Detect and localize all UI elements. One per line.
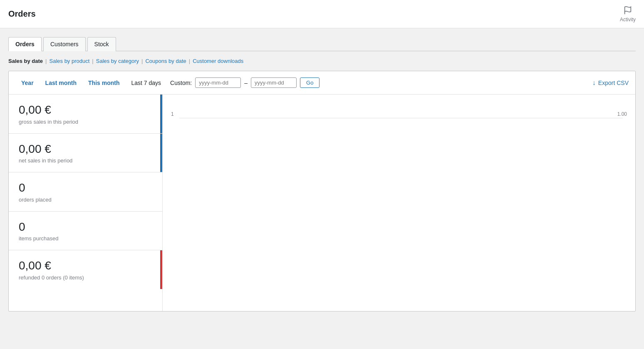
net-sales-value: 0,00 € [19, 142, 152, 156]
sub-nav: Sales by date | Sales by product | Sales… [8, 58, 636, 64]
subnav-sales-by-product[interactable]: Sales by product [50, 58, 90, 64]
export-csv-label: Export CSV [598, 80, 629, 86]
orders-placed-value: 0 [19, 181, 152, 195]
gross-sales-bar [160, 95, 162, 133]
export-csv-button[interactable]: ↓ Export CSV [592, 79, 629, 87]
date-separator: – [244, 80, 248, 86]
chart-y-axis-label: 1 [171, 111, 174, 117]
subnav-sales-by-category[interactable]: Sales by category [96, 58, 139, 64]
tab-orders[interactable]: Orders [8, 37, 42, 51]
date-to-input[interactable] [251, 77, 297, 88]
custom-date-label: Custom: [170, 80, 192, 86]
refunded-value: 0,00 € [19, 259, 152, 273]
year-filter-button[interactable]: Year [15, 71, 40, 94]
subnav-sales-by-date[interactable]: Sales by date [8, 58, 43, 64]
stat-items-purchased: 0 items purchased [9, 212, 162, 251]
refunded-label: refunded 0 orders (0 items) [19, 274, 152, 281]
tab-customers[interactable]: Customers [43, 37, 86, 51]
orders-placed-label: orders placed [19, 197, 152, 203]
chart-inner: 1 1.00 [171, 103, 627, 303]
last-7-days-filter-button[interactable]: Last 7 days [125, 71, 167, 94]
items-purchased-label: items purchased [19, 235, 152, 242]
stat-orders-placed: 0 orders placed [9, 172, 162, 212]
gross-sales-label: gross sales in this period [19, 119, 152, 125]
activity-button[interactable]: Activity [620, 6, 636, 22]
go-button[interactable]: Go [300, 77, 320, 88]
chart-y-axis-value: 1.00 [617, 111, 627, 117]
stats-chart-row: 0,00 € gross sales in this period 0,00 €… [9, 95, 635, 311]
net-sales-bar [160, 134, 162, 172]
page-title: Orders [8, 9, 36, 19]
chart-area: 1 1.00 [163, 95, 635, 311]
this-month-filter-button[interactable]: This month [82, 71, 125, 94]
main-panel: Year Last month This month Last 7 days C… [8, 71, 636, 312]
refunded-bar [160, 250, 162, 289]
download-icon: ↓ [592, 79, 596, 87]
date-filter-bar: Year Last month This month Last 7 days C… [9, 71, 635, 95]
flag-icon [623, 6, 632, 15]
chart-gridline [179, 118, 623, 118]
tab-stock[interactable]: Stock [87, 37, 116, 51]
date-from-input[interactable] [195, 77, 241, 88]
subnav-coupons-by-date[interactable]: Coupons by date [145, 58, 186, 64]
custom-date-section: Custom: – Go [170, 77, 320, 88]
stats-column: 0,00 € gross sales in this period 0,00 €… [9, 95, 163, 311]
stat-gross-sales: 0,00 € gross sales in this period [9, 95, 162, 134]
subnav-customer-downloads[interactable]: Customer downloads [193, 58, 243, 64]
gross-sales-value: 0,00 € [19, 103, 152, 117]
activity-label: Activity [620, 17, 636, 22]
content-area: Orders Customers Stock Sales by date | S… [0, 28, 644, 320]
stat-refunded: 0,00 € refunded 0 orders (0 items) [9, 250, 162, 289]
top-bar: Orders Activity [0, 0, 644, 28]
tab-bar: Orders Customers Stock [8, 37, 636, 51]
items-purchased-value: 0 [19, 220, 152, 234]
net-sales-label: net sales in this period [19, 157, 152, 164]
stat-net-sales: 0,00 € net sales in this period [9, 134, 162, 173]
last-month-filter-button[interactable]: Last month [40, 71, 82, 94]
